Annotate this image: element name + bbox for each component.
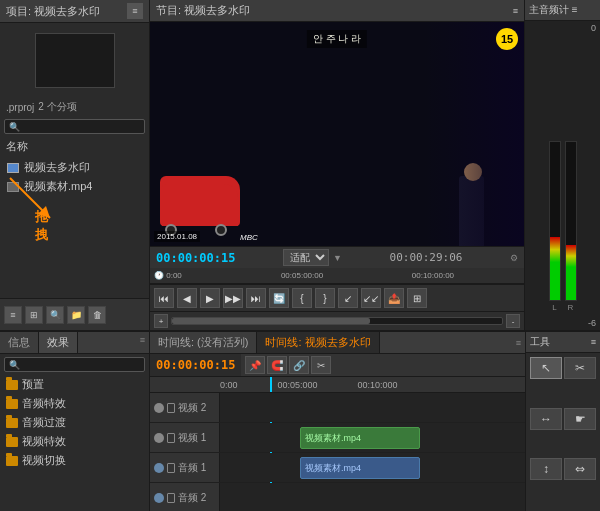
category-label: 音频过渡 [22, 415, 66, 430]
track-eye-video1[interactable] [154, 433, 164, 443]
tool-select-btn[interactable]: ↖ [530, 357, 562, 379]
track-eye-audio1[interactable] [154, 463, 164, 473]
tool-move-btn[interactable]: ↔ [530, 408, 562, 430]
preview-video: 안 주 나 라 2015.01.08 MBC 15 [150, 22, 524, 246]
tools-title: 工具 [530, 335, 550, 349]
track-header-audio1: 音频 1 [150, 453, 220, 482]
zoom-select[interactable]: 适配 [283, 249, 329, 266]
track-eye-audio2[interactable] [154, 493, 164, 503]
project-menu-icon[interactable]: ≡ [127, 3, 143, 19]
frame-fwd-btn[interactable]: ▶▶ [223, 288, 243, 308]
preview-menu-icon[interactable]: ≡ [513, 6, 518, 16]
project-thumb [35, 33, 115, 88]
overwrite-btn[interactable]: ↙↙ [361, 288, 381, 308]
track-lock-video2[interactable] [167, 403, 175, 413]
tl-snap-btn[interactable]: 🧲 [267, 356, 287, 374]
tool-pen-btn[interactable]: ☛ [564, 408, 596, 430]
project-search-input[interactable] [20, 121, 140, 132]
tl-link-btn[interactable]: 🔗 [289, 356, 309, 374]
search-btn[interactable]: 🔍 [46, 306, 64, 324]
zoom-out-btn[interactable]: - [506, 314, 520, 328]
tab-info[interactable]: 信息 [0, 332, 39, 353]
zoom-in-btn[interactable]: + [154, 314, 168, 328]
project-panel-title: 项目: 视频去多水印 [6, 4, 100, 19]
preview-zoom-bar: + - [150, 311, 524, 330]
preview-ruler: 🕐 0:00 00:05:00:00 00:10:00:00 [150, 268, 524, 284]
project-count: 2 个分项 [38, 100, 76, 114]
tab-no-sequence[interactable]: 时间线: (没有活列) [150, 332, 257, 353]
delete-btn[interactable]: 🗑 [88, 306, 106, 324]
folder-icon-audio-fx [6, 399, 18, 409]
clip-label: 视频素材.mp4 [305, 462, 361, 475]
effect-category-preset[interactable]: 预置 [0, 375, 149, 394]
tool-zoom-h-btn[interactable]: ⇔ [564, 458, 596, 480]
track-row: 音频 2 [150, 483, 525, 511]
export-btn[interactable]: 📤 [384, 288, 404, 308]
meter-bar-container-right [565, 141, 577, 301]
track-content-audio2[interactable] [220, 483, 525, 511]
list-item[interactable]: 视频素材.mp4 [0, 177, 149, 196]
loop-btn[interactable]: 🔄 [269, 288, 289, 308]
mark-out-btn[interactable]: } [315, 288, 335, 308]
ruler-mark-2: 00:10:000 [358, 380, 398, 390]
preview-settings-icon[interactable]: ⚙ [510, 253, 518, 263]
category-label: 视频特效 [22, 434, 66, 449]
insert-btn[interactable]: ↙ [338, 288, 358, 308]
category-label: 音频特效 [22, 396, 66, 411]
tools-panel: 工具 ≡ ↖ ✂ ↔ ☛ ↕ ⇔ [525, 332, 600, 511]
ruler-playhead [270, 377, 272, 392]
effects-list: 预置 音频特效 音频过渡 视频特效 视频切换 [0, 375, 149, 511]
list-view-btn[interactable]: ≡ [4, 306, 22, 324]
tab-effects[interactable]: 效果 [39, 332, 78, 353]
preview-panel-header: 节目: 视频去多水印 ≡ [150, 0, 524, 22]
tool-cut-btn[interactable]: ✂ [564, 357, 596, 379]
meter-right: R [565, 141, 577, 312]
project-toolbar: ≡ ⊞ 🔍 📁 🗑 [0, 298, 149, 330]
folder-icon-video-fx [6, 437, 18, 447]
track-lock-audio2[interactable] [167, 493, 175, 503]
tab-active-sequence[interactable]: 时间线: 视频去多水印 [257, 332, 379, 353]
effects-menu-icon[interactable]: ≡ [136, 332, 149, 353]
effect-category-audio-fx[interactable]: 音频特效 [0, 394, 149, 413]
track-lock-video1[interactable] [167, 433, 175, 443]
meter-bar-left [550, 237, 560, 300]
safe-margins-btn[interactable]: ⊞ [407, 288, 427, 308]
effect-category-video-fx[interactable]: 视频特效 [0, 432, 149, 451]
folder-icon-video-trans [6, 456, 18, 466]
track-eye-video2[interactable] [154, 403, 164, 413]
effect-category-audio-trans[interactable]: 音频过渡 [0, 413, 149, 432]
tl-razor-btn[interactable]: ✂ [311, 356, 331, 374]
track-label-video2: 视频 2 [178, 401, 206, 415]
list-item[interactable]: 视频去多水印 [0, 158, 149, 177]
step-fwd-btn[interactable]: ⏭ [246, 288, 266, 308]
tool-zoom-v-btn[interactable]: ↕ [530, 458, 562, 480]
timeline-menu-icon[interactable]: ≡ [512, 335, 525, 351]
ruler-mark-1: 00:05:000 [278, 380, 318, 390]
track-content-audio1[interactable]: 视频素材.mp4 [220, 453, 525, 482]
audio-panel: 主音频计 ≡ 0 L R -6 [525, 0, 600, 330]
track-content-video1[interactable]: 视频素材.mp4 [220, 423, 525, 452]
tools-menu-icon[interactable]: ≡ [591, 337, 596, 347]
preview-timebar: 00:00:00:15 适配 ▼ 00:00:29:06 ⚙ [150, 246, 524, 268]
mark-in-btn[interactable]: { [292, 288, 312, 308]
tl-add-marker-btn[interactable]: 📌 [245, 356, 265, 374]
effects-search-input[interactable] [20, 359, 140, 370]
audio-clip-1[interactable]: 视频素材.mp4 [300, 457, 420, 479]
timeline-ruler: 0:00 00:05:000 00:10:000 [150, 377, 525, 393]
track-content-video2[interactable] [220, 393, 525, 422]
icon-view-btn[interactable]: ⊞ [25, 306, 43, 324]
video-clip-1[interactable]: 视频素材.mp4 [300, 427, 420, 449]
search-icon: 🔍 [9, 122, 20, 132]
track-label-audio1: 音频 1 [178, 461, 206, 475]
step-back-btn[interactable]: ⏮ [154, 288, 174, 308]
project-search[interactable]: 🔍 [4, 119, 145, 134]
video-date: 2015.01.08 [154, 231, 200, 242]
new-bin-btn[interactable]: 📁 [67, 306, 85, 324]
preview-scrollbar[interactable] [171, 317, 503, 325]
track-lock-audio1[interactable] [167, 463, 175, 473]
effect-category-video-trans[interactable]: 视频切换 [0, 451, 149, 470]
play-btn[interactable]: ▶ [200, 288, 220, 308]
effects-search[interactable]: 🔍 [4, 357, 145, 372]
preview-time-total: 00:00:29:06 [390, 251, 463, 264]
frame-back-btn[interactable]: ◀ [177, 288, 197, 308]
